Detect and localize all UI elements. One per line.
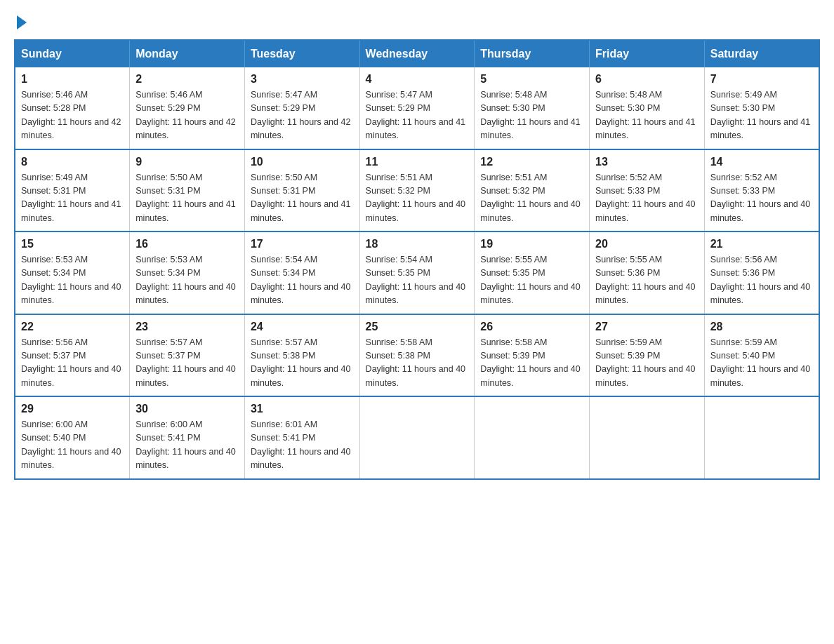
day-info: Sunrise: 5:49 AM Sunset: 5:30 PM Dayligh… — [710, 88, 813, 143]
sunset-label: Sunset: 5:28 PM — [21, 103, 86, 113]
calendar-cell: 8 Sunrise: 5:49 AM Sunset: 5:31 PM Dayli… — [15, 149, 130, 232]
calendar-cell: 10 Sunrise: 5:50 AM Sunset: 5:31 PM Dayl… — [244, 149, 359, 232]
calendar-cell: 2 Sunrise: 5:46 AM Sunset: 5:29 PM Dayli… — [130, 67, 245, 149]
day-info: Sunrise: 5:57 AM Sunset: 5:38 PM Dayligh… — [251, 336, 354, 391]
day-number: 28 — [710, 321, 813, 333]
sunset-label: Sunset: 5:30 PM — [480, 103, 545, 113]
sunset-label: Sunset: 5:41 PM — [251, 433, 315, 443]
calendar-cell: 26 Sunrise: 5:58 AM Sunset: 5:39 PM Dayl… — [475, 314, 590, 397]
sunset-label: Sunset: 5:38 PM — [251, 351, 315, 361]
day-info: Sunrise: 5:51 AM Sunset: 5:32 PM Dayligh… — [480, 171, 583, 226]
day-number: 6 — [595, 73, 699, 86]
sunrise-label: Sunrise: 5:47 AM — [251, 90, 317, 100]
day-number: 21 — [710, 238, 813, 250]
daylight-label: Daylight: 11 hours and 40 minutes. — [480, 364, 580, 387]
sunset-label: Sunset: 5:37 PM — [21, 351, 86, 361]
sunrise-label: Sunrise: 5:58 AM — [366, 337, 432, 347]
daylight-label: Daylight: 11 hours and 41 minutes. — [710, 117, 810, 140]
sunrise-label: Sunrise: 5:50 AM — [135, 173, 202, 182]
sunset-label: Sunset: 5:34 PM — [251, 268, 315, 278]
calendar-cell: 31 Sunrise: 6:01 AM Sunset: 5:41 PM Dayl… — [244, 396, 359, 479]
day-info: Sunrise: 5:47 AM Sunset: 5:29 PM Dayligh… — [366, 88, 469, 143]
day-number: 20 — [595, 238, 699, 250]
day-info: Sunrise: 5:58 AM Sunset: 5:38 PM Dayligh… — [366, 336, 469, 391]
sunset-label: Sunset: 5:39 PM — [595, 351, 660, 361]
calendar-cell: 30 Sunrise: 6:00 AM Sunset: 5:41 PM Dayl… — [130, 396, 245, 479]
sunrise-label: Sunrise: 5:56 AM — [710, 255, 777, 264]
calendar-cell — [359, 396, 475, 479]
sunrise-label: Sunrise: 5:58 AM — [480, 337, 547, 347]
sunrise-label: Sunrise: 5:49 AM — [710, 90, 777, 100]
sunset-label: Sunset: 5:31 PM — [135, 186, 200, 196]
sunset-label: Sunset: 5:35 PM — [366, 268, 430, 278]
day-info: Sunrise: 5:59 AM Sunset: 5:39 PM Dayligh… — [595, 336, 699, 391]
sunrise-label: Sunrise: 5:59 AM — [710, 337, 777, 347]
daylight-label: Daylight: 11 hours and 40 minutes. — [710, 282, 810, 305]
day-number: 9 — [135, 156, 239, 168]
day-number: 15 — [21, 238, 124, 250]
day-info: Sunrise: 5:57 AM Sunset: 5:37 PM Dayligh… — [135, 336, 239, 391]
daylight-label: Daylight: 11 hours and 40 minutes. — [710, 199, 810, 222]
day-info: Sunrise: 6:00 AM Sunset: 5:41 PM Dayligh… — [135, 418, 239, 473]
sunrise-label: Sunrise: 5:59 AM — [595, 337, 662, 347]
sunset-label: Sunset: 5:30 PM — [710, 103, 775, 113]
calendar-cell: 29 Sunrise: 6:00 AM Sunset: 5:40 PM Dayl… — [15, 396, 130, 479]
daylight-label: Daylight: 11 hours and 40 minutes. — [135, 282, 235, 305]
day-info: Sunrise: 5:53 AM Sunset: 5:34 PM Dayligh… — [135, 253, 239, 308]
sunrise-label: Sunrise: 6:00 AM — [135, 420, 202, 429]
calendar-cell: 18 Sunrise: 5:54 AM Sunset: 5:35 PM Dayl… — [359, 232, 475, 314]
sunrise-label: Sunrise: 5:49 AM — [21, 173, 88, 182]
calendar-header-row: SundayMondayTuesdayWednesdayThursdayFrid… — [15, 40, 819, 67]
sunrise-label: Sunrise: 6:00 AM — [21, 420, 88, 429]
daylight-label: Daylight: 11 hours and 41 minutes. — [480, 117, 580, 140]
day-info: Sunrise: 5:52 AM Sunset: 5:33 PM Dayligh… — [710, 171, 813, 226]
daylight-label: Daylight: 11 hours and 40 minutes. — [480, 199, 580, 222]
calendar-cell: 11 Sunrise: 5:51 AM Sunset: 5:32 PM Dayl… — [359, 149, 475, 232]
calendar-header-tuesday: Tuesday — [244, 40, 359, 67]
sunset-label: Sunset: 5:35 PM — [480, 268, 545, 278]
calendar-cell: 28 Sunrise: 5:59 AM Sunset: 5:40 PM Dayl… — [704, 314, 819, 397]
calendar-cell: 15 Sunrise: 5:53 AM Sunset: 5:34 PM Dayl… — [15, 232, 130, 314]
sunset-label: Sunset: 5:29 PM — [135, 103, 200, 113]
day-number: 30 — [135, 403, 239, 415]
daylight-label: Daylight: 11 hours and 40 minutes. — [595, 199, 695, 222]
daylight-label: Daylight: 11 hours and 40 minutes. — [21, 447, 121, 470]
day-info: Sunrise: 5:46 AM Sunset: 5:29 PM Dayligh… — [135, 88, 239, 143]
calendar-cell: 24 Sunrise: 5:57 AM Sunset: 5:38 PM Dayl… — [244, 314, 359, 397]
sunrise-label: Sunrise: 5:50 AM — [251, 173, 317, 182]
sunrise-label: Sunrise: 5:47 AM — [366, 90, 432, 100]
sunset-label: Sunset: 5:39 PM — [480, 351, 545, 361]
logo — [14, 14, 27, 27]
calendar-cell: 1 Sunrise: 5:46 AM Sunset: 5:28 PM Dayli… — [15, 67, 130, 149]
daylight-label: Daylight: 11 hours and 42 minutes. — [21, 117, 121, 140]
daylight-label: Daylight: 11 hours and 40 minutes. — [251, 447, 350, 470]
calendar-cell: 3 Sunrise: 5:47 AM Sunset: 5:29 PM Dayli… — [244, 67, 359, 149]
day-info: Sunrise: 5:54 AM Sunset: 5:34 PM Dayligh… — [251, 253, 354, 308]
day-info: Sunrise: 5:49 AM Sunset: 5:31 PM Dayligh… — [21, 171, 124, 226]
page-header — [14, 14, 820, 27]
sunset-label: Sunset: 5:34 PM — [135, 268, 200, 278]
daylight-label: Daylight: 11 hours and 40 minutes. — [251, 282, 350, 305]
calendar-week-row: 1 Sunrise: 5:46 AM Sunset: 5:28 PM Dayli… — [15, 67, 819, 149]
day-number: 3 — [251, 73, 354, 86]
day-number: 2 — [135, 73, 239, 86]
sunset-label: Sunset: 5:41 PM — [135, 433, 200, 443]
sunrise-label: Sunrise: 5:54 AM — [251, 255, 317, 264]
sunrise-label: Sunrise: 5:57 AM — [135, 337, 202, 347]
sunset-label: Sunset: 5:33 PM — [710, 186, 775, 196]
sunset-label: Sunset: 5:34 PM — [21, 268, 86, 278]
sunset-label: Sunset: 5:31 PM — [21, 186, 86, 196]
calendar-cell: 16 Sunrise: 5:53 AM Sunset: 5:34 PM Dayl… — [130, 232, 245, 314]
day-info: Sunrise: 6:01 AM Sunset: 5:41 PM Dayligh… — [251, 418, 354, 473]
calendar-cell: 12 Sunrise: 5:51 AM Sunset: 5:32 PM Dayl… — [475, 149, 590, 232]
daylight-label: Daylight: 11 hours and 40 minutes. — [480, 282, 580, 305]
calendar-header-friday: Friday — [590, 40, 705, 67]
day-number: 10 — [251, 156, 354, 168]
calendar-cell — [475, 396, 590, 479]
sunset-label: Sunset: 5:40 PM — [710, 351, 775, 361]
day-info: Sunrise: 5:51 AM Sunset: 5:32 PM Dayligh… — [366, 171, 469, 226]
calendar-cell — [590, 396, 705, 479]
sunrise-label: Sunrise: 5:51 AM — [480, 173, 547, 182]
daylight-label: Daylight: 11 hours and 40 minutes. — [366, 199, 465, 222]
day-number: 29 — [21, 403, 124, 415]
